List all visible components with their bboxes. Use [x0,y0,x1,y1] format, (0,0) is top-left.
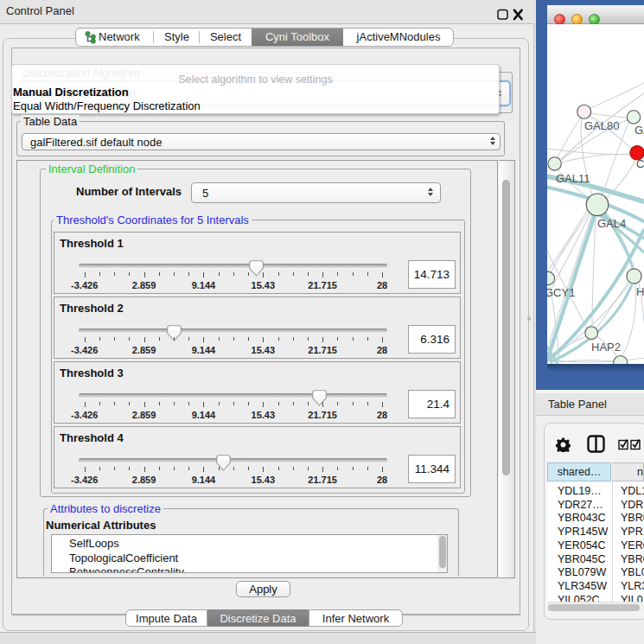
svg-text:C: C [636,157,644,170]
svg-text:GAL11: GAL11 [556,172,590,185]
svg-text:GA: GA [634,124,644,137]
svg-text:H: H [636,285,644,298]
svg-text:GCY1: GCY1 [547,286,575,299]
svg-text:GAL80: GAL80 [584,119,619,132]
svg-text:GAL4: GAL4 [597,217,626,230]
svg-text:HAP2: HAP2 [591,341,621,354]
